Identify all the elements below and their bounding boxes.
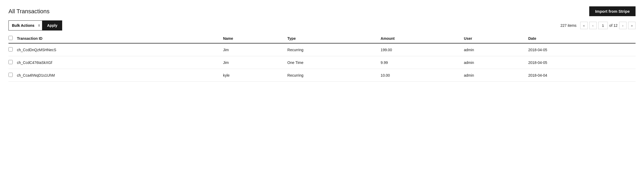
toolbar-left: Bulk Actions Apply [8,20,62,31]
table-row: ch_CcdC476IaSkXGf Jim One Time 9.99 admi… [8,56,636,69]
table-row: ch_CcdDnQzMSHNecS Jim Recurring 199.00 a… [8,43,636,56]
cell-date: 2018-04-05 [528,56,636,69]
col-user: User [464,34,528,43]
pagination: 227 items « ‹ of 12 › » [560,22,636,29]
select-all-col [8,34,17,43]
pagination-of-label: of 12 [609,23,618,28]
col-transaction-id: Transaction ID [17,34,223,43]
table-body: ch_CcdDnQzMSHNecS Jim Recurring 199.00 a… [8,43,636,82]
table-row: ch_Cca4hNqD1s1UhM kyle Recurring 10.00 a… [8,69,636,82]
cell-user: admin [464,56,528,69]
row-checkbox[interactable] [8,60,13,64]
row-checkbox[interactable] [8,73,13,77]
cell-amount: 9.99 [381,56,464,69]
cell-date: 2018-04-04 [528,69,636,82]
row-checkbox-cell [8,56,17,69]
cell-amount: 199.00 [381,43,464,56]
col-amount: Amount [381,34,464,43]
pagination-prev-button[interactable]: ‹ [589,22,597,29]
pagination-last-button[interactable]: » [628,22,636,29]
cell-user: admin [464,69,528,82]
bulk-actions-select[interactable]: Bulk Actions [8,20,42,31]
row-checkbox-cell [8,43,17,56]
cell-transaction-id: ch_Cca4hNqD1s1UhM [17,69,223,82]
row-checkbox-cell [8,69,17,82]
pagination-first-button[interactable]: « [580,22,588,29]
toolbar: Bulk Actions Apply 227 items « ‹ of 12 ›… [8,20,636,31]
pagination-items-count: 227 items [560,23,577,28]
cell-name: Jim [223,43,287,56]
page-header: All Transactions Import from Stripe [8,6,636,16]
col-type: Type [287,34,381,43]
select-all-checkbox[interactable] [8,36,13,40]
table-header: Transaction ID Name Type Amount User Dat… [8,34,636,43]
table-header-row: Transaction ID Name Type Amount User Dat… [8,34,636,43]
cell-name: kyle [223,69,287,82]
pagination-current-page[interactable] [598,22,608,29]
row-checkbox[interactable] [8,47,13,51]
col-date: Date [528,34,636,43]
transactions-table: Transaction ID Name Type Amount User Dat… [8,34,636,82]
cell-transaction-id: ch_CcdDnQzMSHNecS [17,43,223,56]
cell-type: Recurring [287,43,381,56]
col-name: Name [223,34,287,43]
cell-name: Jim [223,56,287,69]
pagination-next-button[interactable]: › [619,22,627,29]
bulk-actions-wrapper: Bulk Actions [8,20,42,31]
cell-transaction-id: ch_CcdC476IaSkXGf [17,56,223,69]
cell-user: admin [464,43,528,56]
apply-button[interactable]: Apply [42,20,62,31]
cell-type: Recurring [287,69,381,82]
cell-type: One Time [287,56,381,69]
cell-amount: 10.00 [381,69,464,82]
cell-date: 2018-04-05 [528,43,636,56]
page-title: All Transactions [8,8,49,15]
import-from-stripe-button[interactable]: Import from Stripe [589,6,636,16]
